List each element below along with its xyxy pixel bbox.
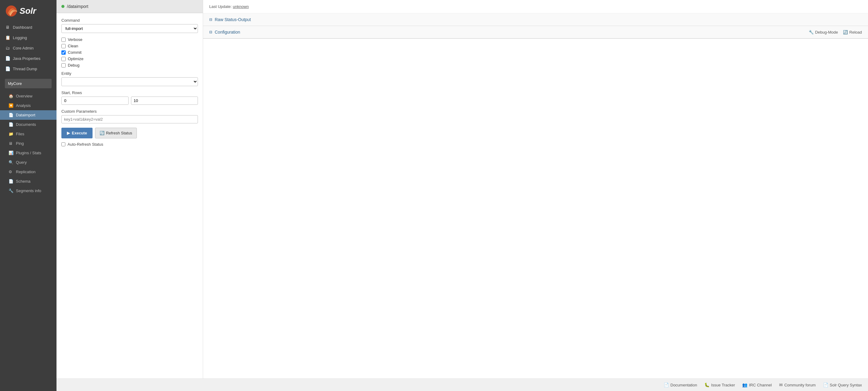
sidebar-item-ping[interactable]: 🖥 Ping: [0, 139, 57, 148]
sidebar-item-dataimport[interactable]: 📄 Dataimport: [0, 110, 57, 120]
commit-label: Commit: [68, 50, 82, 55]
sidebar-item-analysis[interactable]: 🔽 Analysis: [0, 101, 57, 110]
execute-label: Execute: [72, 131, 87, 135]
issue-tracker-link[interactable]: 🐛 Issue Tracker: [704, 383, 735, 387]
ping-icon: 🖥: [8, 141, 13, 146]
issue-tracker-icon: 🐛: [704, 383, 710, 387]
entity-select[interactable]: [61, 77, 198, 86]
refresh-button[interactable]: 🔄 Refresh Status: [95, 128, 137, 139]
status-dot: [61, 5, 64, 8]
reload-label: Reload: [849, 30, 862, 34]
logging-icon: 📋: [5, 35, 10, 40]
auto-refresh-label: Auto-Refresh Status: [67, 142, 103, 147]
documents-icon: 📄: [8, 122, 13, 127]
auto-refresh-checkbox-label[interactable]: Auto-Refresh Status: [61, 142, 198, 147]
sidebar-item-java-properties[interactable]: 📄 Java Properties: [0, 53, 57, 63]
config-actions: 🔧 Debug-Mode 🔄 Reload: [809, 30, 862, 34]
overview-label: Overview: [16, 94, 32, 98]
solr-query-syntax-label: Solr Query Syntax: [830, 383, 862, 387]
sidebar-item-schema[interactable]: 📄 Schema: [0, 177, 57, 186]
core-nav: 🏠 Overview 🔽 Analysis 📄 Dataimport 📄 Doc…: [0, 91, 57, 196]
community-forum-icon: ✉: [779, 383, 783, 387]
raw-status-header[interactable]: ⊟ Raw Status-Output: [203, 13, 868, 26]
irc-channel-icon: 👥: [742, 383, 747, 387]
segments-icon: 🔧: [8, 188, 13, 193]
checkbox-clean[interactable]: Clean: [61, 44, 198, 48]
commit-checkbox[interactable]: [61, 51, 66, 55]
query-label: Query: [16, 160, 27, 164]
sidebar-item-query[interactable]: 🔍 Query: [0, 158, 57, 167]
rows-input[interactable]: [131, 96, 198, 105]
checkbox-optimize[interactable]: Optimize: [61, 57, 198, 61]
last-update-value[interactable]: unknown: [233, 4, 249, 9]
reload-button[interactable]: 🔄 Reload: [843, 30, 862, 34]
solr-query-syntax-icon: 📄: [823, 383, 828, 387]
documentation-link[interactable]: 📄 Documentation: [664, 383, 697, 387]
sidebar-item-files[interactable]: 📁 Files: [0, 129, 57, 139]
optimize-checkbox[interactable]: [61, 57, 66, 61]
auto-refresh-checkbox[interactable]: [61, 142, 65, 146]
verbose-checkbox[interactable]: [61, 37, 66, 42]
action-buttons: ▶ Execute 🔄 Refresh Status: [61, 128, 198, 139]
start-input[interactable]: [61, 96, 129, 105]
thread-dump-icon: 📄: [5, 66, 10, 71]
community-forum-link[interactable]: ✉ Community forum: [779, 383, 816, 387]
raw-status-collapse-icon: ⊟: [209, 18, 212, 22]
plugins-icon: 📊: [8, 151, 13, 155]
core-select[interactable]: MyCore: [8, 81, 49, 86]
overview-icon: 🏠: [8, 94, 13, 98]
last-update-bar: Last Update: unknown: [203, 0, 868, 13]
analysis-icon: 🔽: [8, 103, 13, 108]
start-rows-label: Start, Rows: [61, 90, 198, 95]
configuration-label: Configuration: [215, 30, 240, 34]
configuration-header[interactable]: ⊟ Configuration 🔧 Debug-Mode 🔄 Reload: [203, 26, 868, 38]
dataimport-panel: /dataimport Command full-import delta-im…: [57, 0, 203, 379]
checkbox-debug[interactable]: Debug: [61, 63, 198, 67]
dataimport-form: Command full-import delta-import status …: [57, 13, 203, 152]
command-select[interactable]: full-import delta-import status reload-c…: [61, 24, 198, 33]
sidebar-item-replication[interactable]: ⚙ Replication: [0, 167, 57, 177]
segments-label: Segments info: [16, 188, 41, 193]
debug-mode-button[interactable]: 🔧 Debug-Mode: [809, 30, 838, 34]
solr-query-syntax-link[interactable]: 📄 Solr Query Syntax: [823, 383, 862, 387]
java-properties-label: Java Properties: [13, 56, 40, 61]
debug-checkbox[interactable]: [61, 63, 66, 67]
sidebar-item-core-admin[interactable]: 🗂 Core Admin: [0, 43, 57, 53]
checkbox-commit[interactable]: Commit: [61, 50, 198, 55]
raw-status-section: ⊟ Raw Status-Output: [203, 13, 868, 26]
footer: 📄 Documentation 🐛 Issue Tracker 👥 IRC Ch…: [57, 379, 868, 391]
entity-label: Entity: [61, 71, 198, 76]
checkbox-verbose[interactable]: Verbose: [61, 37, 198, 42]
clean-checkbox[interactable]: [61, 44, 66, 48]
replication-label: Replication: [16, 170, 35, 174]
sidebar-item-overview[interactable]: 🏠 Overview: [0, 91, 57, 101]
reload-icon: 🔄: [843, 30, 848, 34]
config-collapse-icon: ⊟: [209, 30, 212, 34]
documentation-label: Documentation: [671, 383, 697, 387]
java-properties-icon: 📄: [5, 56, 10, 61]
files-icon: 📁: [8, 132, 13, 136]
sidebar-item-thread-dump[interactable]: 📄 Thread Dump: [0, 63, 57, 74]
sidebar-item-logging[interactable]: 📋 Logging: [0, 32, 57, 43]
verbose-label: Verbose: [68, 37, 83, 42]
community-forum-label: Community forum: [784, 383, 816, 387]
right-content: Last Update: unknown ⊟ Raw Status-Output…: [203, 0, 868, 379]
irc-channel-link[interactable]: 👥 IRC Channel: [742, 383, 772, 387]
custom-params-input[interactable]: [61, 115, 198, 123]
core-selector[interactable]: MyCore: [5, 79, 52, 88]
config-left: ⊟ Configuration: [209, 30, 240, 34]
debug-mode-label: Debug-Mode: [815, 30, 838, 34]
replication-icon: ⚙: [8, 170, 13, 174]
execute-icon: ▶: [67, 131, 70, 135]
raw-status-label: Raw Status-Output: [215, 17, 251, 22]
sidebar-item-dashboard[interactable]: 🖥 Dashboard: [0, 22, 57, 32]
execute-button[interactable]: ▶ Execute: [61, 128, 93, 139]
debug-mode-icon: 🔧: [809, 30, 814, 34]
sidebar-item-segments-info[interactable]: 🔧 Segments info: [0, 186, 57, 196]
sidebar-item-plugins-stats[interactable]: 📊 Plugins / Stats: [0, 148, 57, 158]
command-group: Command full-import delta-import status …: [61, 18, 198, 33]
command-label: Command: [61, 18, 198, 23]
dataimport-icon: 📄: [8, 113, 13, 117]
custom-params-group: Custom Parameters: [61, 109, 198, 123]
sidebar-item-documents[interactable]: 📄 Documents: [0, 120, 57, 129]
